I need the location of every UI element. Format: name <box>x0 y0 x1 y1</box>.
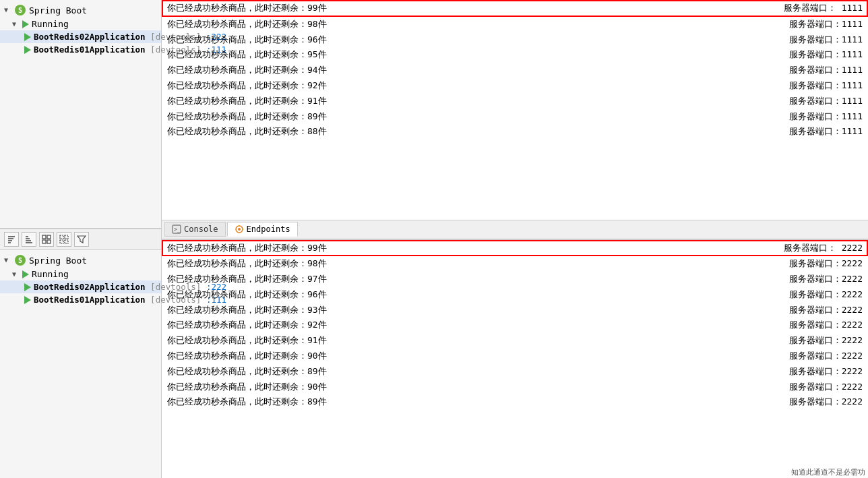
log-line: 你已经成功秒杀商品，此时还剩余：98件 服务器端口：2222 <box>162 256 868 272</box>
run-icon <box>24 283 31 291</box>
sidebar-item-bootredis01-top[interactable]: BootRedis01Application [devtools] :111 <box>0 43 161 56</box>
toolbar-btn-1[interactable] <box>4 232 19 247</box>
tab-endpoints[interactable]: Endpoints <box>227 222 298 237</box>
sidebar-item-springboot-bottom[interactable]: S Spring Boot <box>0 253 161 268</box>
toolbar-btn-2[interactable] <box>22 232 36 247</box>
log-line: 你已经成功秒杀商品，此时还剩余：94件 服务器端口：1111 <box>162 63 868 78</box>
tab-console[interactable]: >_ Console <box>164 222 226 237</box>
log-text: 你已经成功秒杀商品，此时还剩余：89件 <box>167 395 749 409</box>
running-top-label: Running <box>32 19 69 29</box>
log-port: 服务器端口：2222 <box>789 257 863 271</box>
svg-point-24 <box>238 228 241 231</box>
arrow-icon <box>4 256 12 264</box>
log-line: 你已经成功秒杀商品，此时还剩余：90件 服务器端口：2222 <box>162 349 868 364</box>
svg-marker-18 <box>78 236 86 243</box>
log-port: 服务器端口：1111 <box>789 48 863 62</box>
sidebar-item-bootredis01-bottom[interactable]: BootRedis01Application [devtools] :111 <box>0 293 161 306</box>
log-port: 服务器端口：2222 <box>789 272 863 287</box>
log-line: 你已经成功秒杀商品，此时还剩余：89件 服务器端口：2222 <box>162 394 868 410</box>
sidebar-item-springboot-top[interactable]: S Spring Boot <box>0 3 161 18</box>
sidebar-item-bootredis02-top[interactable]: BootRedis02Application [devtools] :222 <box>0 30 161 43</box>
log-port: 服务器端口：2222 <box>789 288 863 302</box>
bottom-highlighted-log-line: 你已经成功秒杀商品，此时还剩余：99件 服务器端口： 2222 <box>162 240 868 257</box>
sidebar-item-running-bottom[interactable]: Running <box>0 268 161 280</box>
console-icon: >_ <box>172 225 181 234</box>
svg-rect-11 <box>47 235 51 239</box>
bottom-right-status-text: 知道此通道不是必需功 <box>788 467 868 478</box>
log-text: 你已经成功秒杀商品，此时还剩余：96件 <box>167 288 749 302</box>
log-text: 你已经成功秒杀商品，此时还剩余：90件 <box>167 349 749 363</box>
log-line: 你已经成功秒杀商品，此时还剩余：96件 服务器端口：2222 <box>162 287 868 303</box>
run-icon <box>22 20 29 28</box>
log-text: 你已经成功秒杀商品，此时还剩余：98件 <box>167 18 749 32</box>
log-line: 你已经成功秒杀商品，此时还剩余：91件 服务器端口：2222 <box>162 333 868 349</box>
log-line: 你已经成功秒杀商品，此时还剩余：97件 服务器端口：2222 <box>162 272 868 287</box>
log-line: 你已经成功秒杀商品，此时还剩余：92件 服务器端口：2222 <box>162 318 868 333</box>
log-port: 服务器端口：2222 <box>789 349 863 363</box>
log-text: 你已经成功秒杀商品，此时还剩余：90件 <box>167 380 749 394</box>
log-line: 你已经成功秒杀商品，此时还剩余：96件 服务器端口：1111 <box>162 32 868 48</box>
toolbar-btn-4[interactable] <box>57 232 71 247</box>
sidebar: S Spring Boot Running BootRedis02Applica… <box>0 0 162 478</box>
run-icon <box>22 270 29 278</box>
log-port: 服务器端口：1111 <box>789 18 863 32</box>
arrow-icon <box>12 270 20 278</box>
group-icon <box>42 235 51 244</box>
log-text: 你已经成功秒杀商品，此时还剩余：97件 <box>167 272 749 287</box>
sort-ascending-icon <box>7 235 16 244</box>
top-highlighted-log-port: 服务器端口： 1111 <box>784 1 863 16</box>
springboot-top-label: Spring Boot <box>29 5 87 16</box>
sidebar-bottom-section: S Spring Boot Running BootRedis02Applica… <box>0 250 161 478</box>
arrow-icon <box>12 20 20 28</box>
tab-console-label: Console <box>184 225 218 234</box>
arrow-icon <box>4 6 12 14</box>
toolbar-btn-3[interactable] <box>39 232 54 247</box>
svg-rect-10 <box>42 235 46 239</box>
log-port: 服务器端口：2222 <box>789 334 863 348</box>
log-text: 你已经成功秒杀商品，此时还剩余：93件 <box>167 303 749 318</box>
log-port: 服务器端口：2222 <box>789 365 863 379</box>
svg-rect-13 <box>47 240 51 243</box>
log-text: 你已经成功秒杀商品，此时还剩余：91件 <box>167 334 749 348</box>
bottom-highlighted-log-text: 你已经成功秒杀商品，此时还剩余：99件 <box>167 241 743 256</box>
content-area: 你已经成功秒杀商品，此时还剩余：99件 服务器端口： 1111 你已经成功秒杀商… <box>162 0 868 478</box>
log-port: 服务器端口：1111 <box>789 79 863 93</box>
tab-endpoints-label: Endpoints <box>247 225 290 234</box>
log-port: 服务器端口：1111 <box>789 33 863 47</box>
run-icon <box>24 46 31 54</box>
svg-rect-14 <box>60 235 63 239</box>
log-text: 你已经成功秒杀商品，此时还剩余：94件 <box>167 63 749 78</box>
sidebar-item-bootredis02-bottom[interactable]: BootRedis02Application [devtools] :222 <box>0 280 161 293</box>
log-text: 你已经成功秒杀商品，此时还剩余：91件 <box>167 94 749 109</box>
log-line: 你已经成功秒杀商品，此时还剩余：90件 服务器端口：2222 <box>162 380 868 395</box>
log-port: 服务器端口：2222 <box>789 395 863 409</box>
top-panel: 你已经成功秒杀商品，此时还剩余：99件 服务器端口： 1111 你已经成功秒杀商… <box>162 0 868 240</box>
log-line: 你已经成功秒杀商品，此时还剩余：88件 服务器端口：1111 <box>162 124 868 140</box>
spring-icon: S <box>14 254 26 266</box>
log-port: 服务器端口：2222 <box>789 303 863 318</box>
endpoints-icon <box>235 225 244 234</box>
spring-icon: S <box>14 4 26 16</box>
bottom-highlighted-log-port: 服务器端口： 2222 <box>784 241 863 256</box>
log-text: 你已经成功秒杀商品，此时还剩余：96件 <box>167 33 749 47</box>
log-line: 你已经成功秒杀商品，此时还剩余：98件 服务器端口：1111 <box>162 17 868 32</box>
sidebar-item-running-top[interactable]: Running <box>0 18 161 30</box>
bottom-panel: 你已经成功秒杀商品，此时还剩余：99件 服务器端口： 2222 你已经成功秒杀商… <box>162 240 868 479</box>
log-line: 你已经成功秒杀商品，此时还剩余：95件 服务器端口：1111 <box>162 47 868 63</box>
svg-text:>_: >_ <box>174 227 181 233</box>
log-port: 服务器端口：1111 <box>789 94 863 109</box>
log-text: 你已经成功秒杀商品，此时还剩余：89件 <box>167 110 749 124</box>
log-text: 你已经成功秒杀商品，此时还剩余：88件 <box>167 125 749 139</box>
filter-icon <box>77 235 86 244</box>
top-log-area: 你已经成功秒杀商品，此时还剩余：99件 服务器端口： 1111 你已经成功秒杀商… <box>162 0 868 220</box>
toolbar-btn-filter[interactable] <box>74 232 89 247</box>
log-port: 服务器端口：1111 <box>789 63 863 78</box>
log-text: 你已经成功秒杀商品，此时还剩余：92件 <box>167 318 749 332</box>
svg-rect-16 <box>60 240 63 243</box>
log-line: 你已经成功秒杀商品，此时还剩余：92件 服务器端口：1111 <box>162 78 868 94</box>
log-line: 你已经成功秒杀商品，此时还剩余：93件 服务器端口：2222 <box>162 303 868 318</box>
log-text: 你已经成功秒杀商品，此时还剩余：95件 <box>167 48 749 62</box>
bottom-log-area: 你已经成功秒杀商品，此时还剩余：99件 服务器端口： 2222 你已经成功秒杀商… <box>162 240 868 479</box>
svg-rect-17 <box>65 240 68 243</box>
log-line: 你已经成功秒杀商品，此时还剩余：89件 服务器端口：1111 <box>162 109 868 125</box>
